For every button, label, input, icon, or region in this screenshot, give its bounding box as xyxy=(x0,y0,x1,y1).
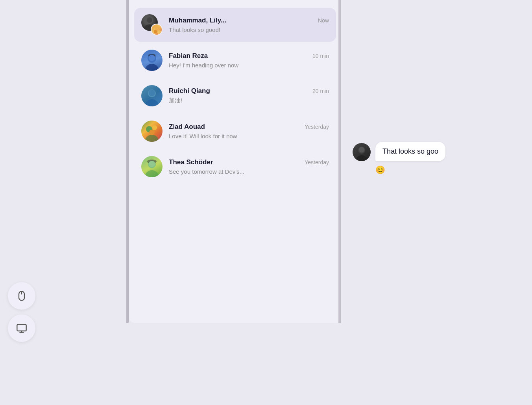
mouse-icon xyxy=(16,290,27,301)
svg-point-12 xyxy=(149,90,155,96)
chat-preview-thea: See you tomorrow at Dev's... xyxy=(169,168,329,175)
chat-time-ruichi: 20 min xyxy=(312,88,329,94)
chat-preview-muhammad: That looks so good! xyxy=(169,26,329,33)
chat-content-muhammad: Muhammad, Lily... Now That looks so good… xyxy=(169,17,329,33)
chat-item-muhammad[interactable]: Muhammad, Lily... Now That looks so good… xyxy=(134,8,336,42)
svg-point-16 xyxy=(149,130,155,135)
chat-name-thea: Thea Schöder xyxy=(169,158,213,166)
chat-item-fabian[interactable]: Fabian Reza 10 min Hey! I'm heading over… xyxy=(134,43,336,77)
mouse-icon-button[interactable] xyxy=(8,282,35,310)
avatar-muhammad-secondary xyxy=(151,24,163,35)
avatar-fabian xyxy=(141,50,163,71)
avatar-ziad xyxy=(141,121,163,142)
svg-point-2 xyxy=(147,17,152,23)
message-reaction[interactable]: 😊 xyxy=(375,165,520,175)
chat-time-thea: Yesterday xyxy=(305,159,329,165)
chat-time-ziad: Yesterday xyxy=(305,124,329,130)
svg-point-9 xyxy=(149,55,155,61)
chat-item-ruichi[interactable]: Ruichi Qiang 20 min 加油! xyxy=(134,79,336,113)
avatar-thea-wrap xyxy=(141,156,163,177)
message-row: That looks so goo xyxy=(353,142,520,161)
chat-header-ruichi: Ruichi Qiang 20 min xyxy=(169,87,329,95)
chat-content-ruichi: Ruichi Qiang 20 min 加油! xyxy=(169,87,329,104)
chat-view-panel: That looks so goo 😊 xyxy=(341,0,532,323)
avatar-ziad-wrap xyxy=(141,121,163,142)
bottom-area xyxy=(0,323,532,405)
chat-time-fabian: 10 min xyxy=(312,53,329,59)
svg-point-13 xyxy=(145,135,159,142)
svg-rect-26 xyxy=(17,325,26,331)
chat-preview-ruichi: 加油! xyxy=(169,97,329,104)
chat-name-muhammad: Muhammad, Lily... xyxy=(169,17,226,24)
svg-point-4 xyxy=(154,30,157,33)
chat-preview-fabian: Hey! I'm heading over now xyxy=(169,62,329,69)
chat-header-thea: Thea Schöder Yesterday xyxy=(169,158,329,166)
chat-name-ruichi: Ruichi Qiang xyxy=(169,87,210,95)
chat-content-fabian: Fabian Reza 10 min Hey! I'm heading over… xyxy=(169,52,329,69)
chat-list-panel: Muhammad, Lily... Now That looks so good… xyxy=(128,0,342,323)
sidebar-icons xyxy=(8,282,35,342)
svg-point-10 xyxy=(145,99,159,106)
avatar-ruichi-wrap xyxy=(141,85,163,106)
chat-list: Muhammad, Lily... Now That looks so good… xyxy=(128,0,342,191)
left-panel-divider xyxy=(126,0,129,323)
chat-header-ziad: Ziad Aouad Yesterday xyxy=(169,123,329,131)
chat-content-thea: Thea Schöder Yesterday See you tomorrow … xyxy=(169,158,329,175)
message-text: That looks so goo xyxy=(382,147,438,155)
chat-preview-ziad: Love it! Will look for it now xyxy=(169,133,329,139)
chat-header-fabian: Fabian Reza 10 min xyxy=(169,52,329,60)
message-area: That looks so goo 😊 xyxy=(341,134,532,182)
svg-point-5 xyxy=(157,30,161,34)
message-bubble: That looks so goo xyxy=(375,142,445,161)
chat-item-thea[interactable]: Thea Schöder Yesterday See you tomorrow … xyxy=(134,150,336,184)
chat-item-ziad[interactable]: Ziad Aouad Yesterday Love it! Will look … xyxy=(134,114,336,148)
svg-point-21 xyxy=(356,155,368,161)
chat-header-muhammad: Muhammad, Lily... Now xyxy=(169,17,329,24)
chat-time-muhammad: Now xyxy=(318,17,329,24)
chat-content-ziad: Ziad Aouad Yesterday Love it! Will look … xyxy=(169,123,329,139)
avatar-muhammad-wrap xyxy=(141,14,163,35)
svg-point-17 xyxy=(145,170,159,177)
chat-name-fabian: Fabian Reza xyxy=(169,52,208,60)
svg-point-23 xyxy=(359,147,364,152)
svg-point-15 xyxy=(152,125,157,130)
avatar-thea xyxy=(141,156,163,177)
message-sender-avatar xyxy=(353,143,371,161)
screen-icon xyxy=(16,323,27,334)
svg-point-6 xyxy=(145,64,159,71)
chat-name-ziad: Ziad Aouad xyxy=(169,123,205,131)
screen-icon-button[interactable] xyxy=(8,314,35,342)
avatar-ruichi xyxy=(141,85,163,106)
svg-point-20 xyxy=(149,161,155,167)
avatar-fabian-wrap xyxy=(141,50,163,71)
